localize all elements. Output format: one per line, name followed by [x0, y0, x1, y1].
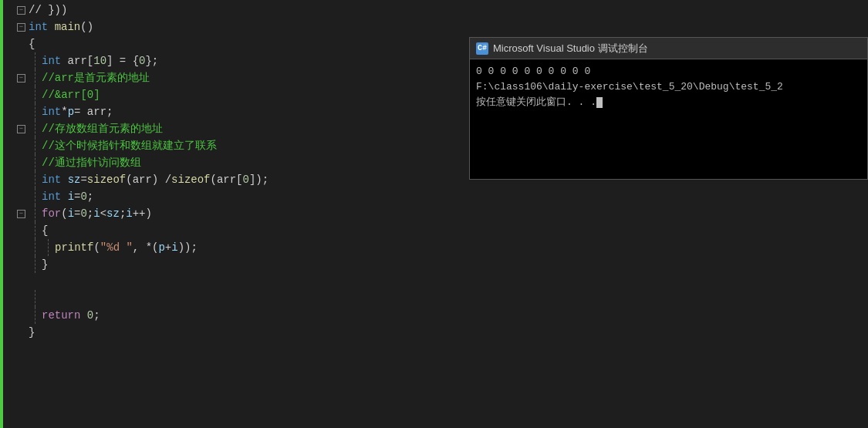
code-line-11: int sz = sizeof(arr) / sizeof(arr[0]); — [17, 171, 471, 188]
collapse-btn-13[interactable]: − — [17, 210, 25, 218]
kw-int-main: int — [29, 21, 48, 33]
app-container: − // })) − int main() { int arr[1 — [0, 0, 868, 428]
collapse-btn-8[interactable]: − — [17, 125, 25, 133]
code-line-5: − //arr是首元素的地址 — [17, 69, 471, 86]
code-lines: − // })) − int main() { int arr[1 — [17, 0, 471, 428]
cursor — [596, 97, 603, 108]
console-title: Microsoft Visual Studio 调试控制台 — [493, 42, 648, 56]
code-line-13: − for (i = 0; i < sz; i++) — [17, 205, 471, 222]
code-editor: − // })) − int main() { int arr[1 — [0, 0, 471, 428]
code-line-1: − // })) — [17, 2, 471, 19]
code-line-14: { — [17, 222, 471, 239]
console-output-line3: 按任意键关闭此窗口. . . — [476, 95, 861, 110]
console-body: 0 0 0 0 0 0 0 0 0 0 F:\class106\daily-ex… — [470, 59, 867, 179]
code-line-7: int* p = arr; — [17, 103, 471, 120]
code-line-15: printf("%d ", *(p+i)); — [17, 239, 471, 256]
code-line-19: return 0; — [17, 307, 471, 324]
code-line-2: − int main() — [17, 19, 471, 35]
code-line-18 — [17, 290, 471, 307]
collapse-btn-2[interactable]: − — [17, 23, 25, 32]
code-line-17 — [17, 273, 471, 290]
collapse-btn-5[interactable]: − — [17, 74, 25, 83]
code-line-12: int i = 0; — [17, 188, 471, 205]
console-window: C# Microsoft Visual Studio 调试控制台 0 0 0 0… — [469, 37, 868, 180]
code-line-4: int arr[10] = { 0 }; — [17, 52, 471, 69]
collapse-gutter — [3, 0, 17, 428]
code-line-16: } — [17, 256, 471, 273]
code-line-8: − //存放数组首元素的地址 — [17, 120, 471, 137]
code-line-9: //这个时候指针和数组就建立了联系 — [17, 137, 471, 154]
code-line-3: { — [17, 35, 471, 52]
console-titlebar: C# Microsoft Visual Studio 调试控制台 — [470, 38, 867, 59]
console-output-line2: F:\class106\daily-exercise\test_5_20\Deb… — [476, 79, 861, 95]
collapse-btn-1[interactable]: − — [17, 6, 25, 15]
code-line-10: //通过指针访问数组 — [17, 154, 471, 171]
code-line-20: } — [17, 324, 471, 341]
code-text-1: // })) — [29, 4, 67, 16]
console-app-icon: C# — [476, 42, 488, 55]
console-output-line1: 0 0 0 0 0 0 0 0 0 0 — [476, 64, 861, 79]
code-line-6: //&arr[0] — [17, 86, 471, 103]
